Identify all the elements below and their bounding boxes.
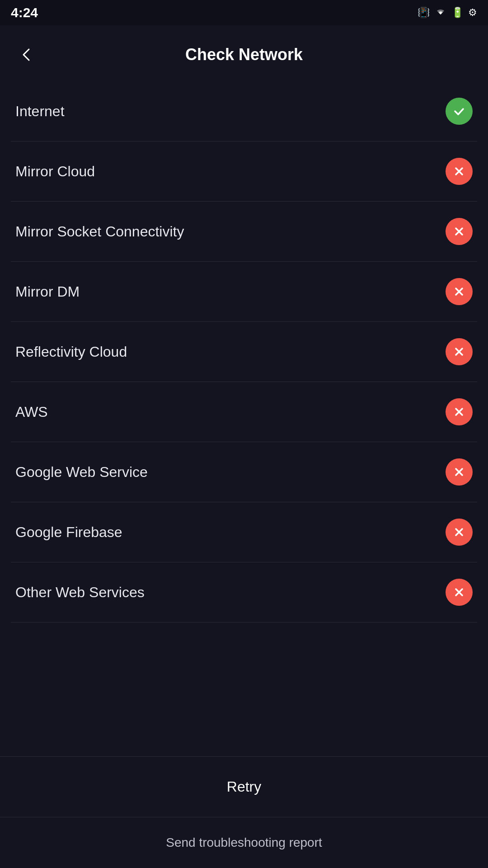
error-icon	[446, 458, 473, 486]
network-item: Mirror Socket Connectivity	[11, 202, 477, 262]
bottom-section: Retry Send troubleshooting report	[0, 756, 488, 868]
page-title: Check Network	[185, 45, 303, 64]
error-icon	[446, 519, 473, 546]
status-time: 4:24	[11, 5, 38, 20]
network-item-label: AWS	[15, 404, 48, 420]
network-item: Other Web Services	[11, 562, 477, 623]
back-button[interactable]	[14, 42, 39, 67]
battery-icon: 🔋	[451, 7, 464, 19]
settings-icon: ⚙	[468, 7, 477, 19]
network-item: Reflectivity Cloud	[11, 322, 477, 382]
error-icon	[446, 218, 473, 245]
send-report-button[interactable]: Send troubleshooting report	[0, 817, 488, 868]
error-icon	[446, 338, 473, 365]
network-item: Mirror Cloud	[11, 142, 477, 202]
error-icon	[446, 158, 473, 185]
network-item-label: Google Firebase	[15, 524, 122, 541]
network-item-label: Mirror DM	[15, 283, 80, 300]
error-icon	[446, 398, 473, 425]
success-icon	[446, 98, 473, 125]
network-item: AWS	[11, 382, 477, 442]
vibrate-icon: 📳	[418, 7, 430, 19]
status-icons: 📳 🔋 ⚙	[418, 6, 477, 19]
wifi-icon	[434, 6, 447, 19]
network-item-label: Mirror Cloud	[15, 163, 95, 180]
network-item: Google Firebase	[11, 502, 477, 562]
network-item-label: Google Web Service	[15, 464, 148, 481]
network-item-label: Internet	[15, 103, 65, 120]
error-icon	[446, 579, 473, 606]
status-bar: 4:24 📳 🔋 ⚙	[0, 0, 488, 25]
header: Check Network	[0, 25, 488, 84]
network-list: Internet Mirror Cloud Mirror Socket Conn…	[0, 84, 488, 689]
network-item: Mirror DM	[11, 262, 477, 322]
error-icon	[446, 278, 473, 305]
network-item: Google Web Service	[11, 442, 477, 502]
network-item-label: Reflectivity Cloud	[15, 344, 127, 360]
network-item: Internet	[11, 84, 477, 142]
retry-button[interactable]: Retry	[0, 757, 488, 817]
network-item-label: Other Web Services	[15, 584, 145, 601]
spacer	[0, 689, 488, 756]
network-item-label: Mirror Socket Connectivity	[15, 223, 184, 240]
